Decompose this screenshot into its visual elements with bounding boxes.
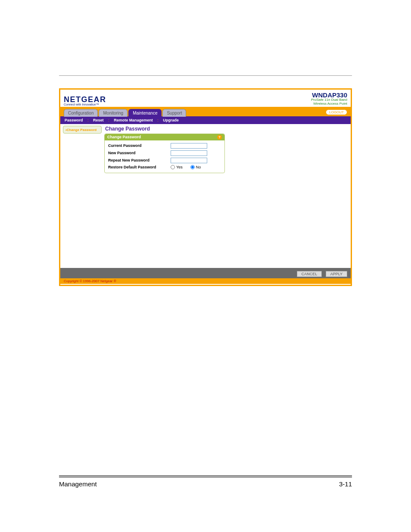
subnav-password[interactable]: Password <box>65 118 83 122</box>
radio-restore-no[interactable] <box>190 165 195 169</box>
page-footer-left: Management <box>59 480 97 488</box>
label-new-password: New Password <box>108 149 171 157</box>
page-footer-right: 3-11 <box>339 480 352 488</box>
label-repeat-password: Repeat New Password <box>108 157 171 164</box>
radio-label-no: No <box>196 165 201 169</box>
router-admin-frame: NETGEAR Connect with Innovation™ WNDAP33… <box>59 88 352 286</box>
radio-label-yes: Yes <box>176 165 183 169</box>
logout-button[interactable]: LOGOUT <box>326 109 347 115</box>
copyright-text: Copyright © 1996-2007 Netgear ® <box>60 278 351 284</box>
model-sub2: Wireless Access Point <box>311 102 347 106</box>
input-current-password[interactable] <box>171 143 207 149</box>
tab-configuration[interactable]: Configuration <box>64 109 98 117</box>
card-header-title: Change Password <box>107 135 141 139</box>
change-password-card: Change Password ? Current Password New <box>104 134 225 173</box>
subnav-upgrade[interactable]: Upgrade <box>163 118 179 122</box>
subnav-reset[interactable]: Reset <box>93 118 104 122</box>
model-block: WNDAP330 ProSafe 11n Dual Band Wireless … <box>311 92 347 106</box>
tab-monitoring[interactable]: Monitoring <box>99 109 128 117</box>
pane-title: Change Password <box>105 126 348 132</box>
sub-nav: Password : Reset : Remote Management : U… <box>60 116 351 124</box>
subnav-remote[interactable]: Remote Management <box>114 118 153 122</box>
brand-name: NETGEAR <box>64 96 106 103</box>
label-restore-default: Restore Default Password <box>108 164 171 170</box>
input-repeat-password[interactable] <box>171 158 207 163</box>
footer-bar: CANCEL APPLY <box>60 268 351 278</box>
apply-button[interactable]: APPLY <box>326 271 347 277</box>
tab-maintenance[interactable]: Maintenance <box>128 109 162 117</box>
tab-support[interactable]: Support <box>162 109 186 117</box>
model-name: WNDAP330 <box>311 92 347 98</box>
cancel-button[interactable]: CANCEL <box>297 271 322 277</box>
main-tab-row: Configuration Monitoring Maintenance Sup… <box>60 107 351 116</box>
side-tab-change-password[interactable]: Change Password <box>63 126 102 134</box>
input-new-password[interactable] <box>171 150 207 156</box>
frame-header: NETGEAR Connect with Innovation™ WNDAP33… <box>60 90 351 107</box>
help-icon[interactable]: ? <box>217 135 222 140</box>
label-current-password: Current Password <box>108 142 171 149</box>
radio-restore-yes[interactable] <box>171 165 175 169</box>
brand-logo: NETGEAR Connect with Innovation™ <box>64 96 106 106</box>
